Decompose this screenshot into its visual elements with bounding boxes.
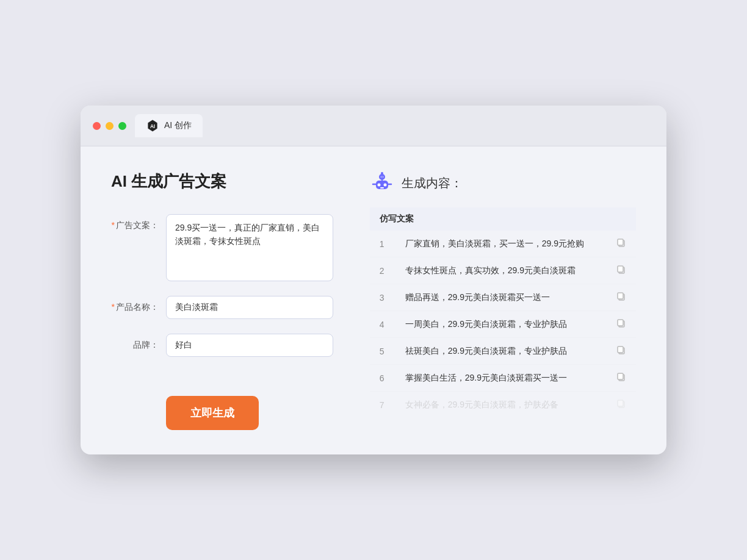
robot-icon xyxy=(370,171,394,195)
svg-rect-23 xyxy=(618,373,623,379)
main-content: AI 生成广告文案 *广告文案： 29.9买一送一，真正的厂家直销，美白淡斑霜，… xyxy=(81,146,666,454)
row-text: 专抹女性斑点，真实功效，29.9元美白淡斑霜 xyxy=(395,257,605,284)
svg-point-5 xyxy=(377,184,380,187)
row-number: 1 xyxy=(370,231,395,257)
copy-icon[interactable] xyxy=(605,365,636,392)
copy-icon xyxy=(605,392,636,418)
svg-rect-21 xyxy=(618,346,623,353)
tab-label: AI 创作 xyxy=(164,120,192,131)
row-number: 4 xyxy=(370,311,395,338)
maximize-button[interactable] xyxy=(118,122,126,130)
table-row: 4 一周美白，29.9元美白淡斑霜，专业护肤品 xyxy=(370,311,636,338)
brand-group: 品牌： xyxy=(111,334,333,357)
svg-rect-17 xyxy=(618,293,623,299)
row-number: 7 xyxy=(370,392,395,418)
right-panel: 生成内容： 仿写文案 1 厂家直销，美白淡斑霜，买一送一，29.9元抢购 xyxy=(370,171,636,430)
product-name-group: *产品名称： xyxy=(111,296,333,319)
table-row: 1 厂家直销，美白淡斑霜，买一送一，29.9元抢购 xyxy=(370,231,636,257)
ai-tab-icon: AI xyxy=(146,119,159,132)
minimize-button[interactable] xyxy=(106,122,114,130)
row-number: 2 xyxy=(370,257,395,284)
row-text: 赠品再送，29.9元美白淡斑霜买一送一 xyxy=(395,284,605,311)
title-bar: AI AI 创作 xyxy=(81,106,666,146)
svg-rect-19 xyxy=(618,320,623,326)
ad-copy-required-star: * xyxy=(112,220,115,230)
product-name-label: *产品名称： xyxy=(111,296,166,313)
column-header: 仿写文案 xyxy=(370,207,636,231)
row-text: 一周美白，29.9元美白淡斑霜，专业护肤品 xyxy=(395,311,605,338)
svg-rect-15 xyxy=(618,266,623,272)
close-button[interactable] xyxy=(93,122,101,130)
svg-text:AI: AI xyxy=(150,124,155,129)
browser-window: AI AI 创作 AI 生成广告文案 *广告文案： 29.9买一送一，真正的厂家… xyxy=(81,106,666,454)
brand-label: 品牌： xyxy=(111,334,166,351)
svg-rect-25 xyxy=(618,400,623,406)
tab-ai-create[interactable]: AI AI 创作 xyxy=(135,114,203,137)
svg-rect-7 xyxy=(380,187,384,188)
ad-copy-label: *广告文案： xyxy=(111,214,166,231)
left-panel: AI 生成广告文案 *广告文案： 29.9买一送一，真正的厂家直销，美白淡斑霜，… xyxy=(111,171,333,430)
copy-icon[interactable] xyxy=(605,257,636,284)
generate-button[interactable]: 立即生成 xyxy=(166,396,259,430)
row-text: 厂家直销，美白淡斑霜，买一送一，29.9元抢购 xyxy=(395,231,605,257)
table-row: 6 掌握美白生活，29.9元美白淡斑霜买一送一 xyxy=(370,365,636,392)
row-number: 5 xyxy=(370,338,395,365)
traffic-lights xyxy=(93,122,126,130)
copy-icon[interactable] xyxy=(605,338,636,365)
copy-icon[interactable] xyxy=(605,231,636,257)
product-name-input[interactable] xyxy=(166,296,333,319)
svg-point-9 xyxy=(381,172,383,174)
svg-point-6 xyxy=(383,184,386,187)
row-number: 3 xyxy=(370,284,395,311)
table-row: 2 专抹女性斑点，真实功效，29.9元美白淡斑霜 xyxy=(370,257,636,284)
table-row: 3 赠品再送，29.9元美白淡斑霜买一送一 xyxy=(370,284,636,311)
svg-rect-13 xyxy=(618,239,623,245)
result-header: 生成内容： xyxy=(370,171,636,195)
copy-icon[interactable] xyxy=(605,284,636,311)
ad-copy-textarea[interactable]: 29.9买一送一，真正的厂家直销，美白淡斑霜，专抹女性斑点 xyxy=(166,214,333,281)
table-row: 7 女神必备，29.9元美白淡斑霜，护肤必备 xyxy=(370,392,636,418)
copy-icon[interactable] xyxy=(605,311,636,338)
row-text: 掌握美白生活，29.9元美白淡斑霜买一送一 xyxy=(395,365,605,392)
product-name-required-star: * xyxy=(112,302,115,312)
table-row: 5 祛斑美白，29.9元美白淡斑霜，专业护肤品 xyxy=(370,338,636,365)
results-table: 仿写文案 1 厂家直销，美白淡斑霜，买一送一，29.9元抢购 2 专抹女性斑点，… xyxy=(370,207,636,418)
brand-input[interactable] xyxy=(166,334,333,357)
row-text: 祛斑美白，29.9元美白淡斑霜，专业护肤品 xyxy=(395,338,605,365)
row-number: 6 xyxy=(370,365,395,392)
row-text: 女神必备，29.9元美白淡斑霜，护肤必备 xyxy=(395,392,605,418)
page-title: AI 生成广告文案 xyxy=(111,171,333,192)
result-title: 生成内容： xyxy=(402,175,463,192)
ad-copy-group: *广告文案： 29.9买一送一，真正的厂家直销，美白淡斑霜，专抹女性斑点 xyxy=(111,214,333,281)
